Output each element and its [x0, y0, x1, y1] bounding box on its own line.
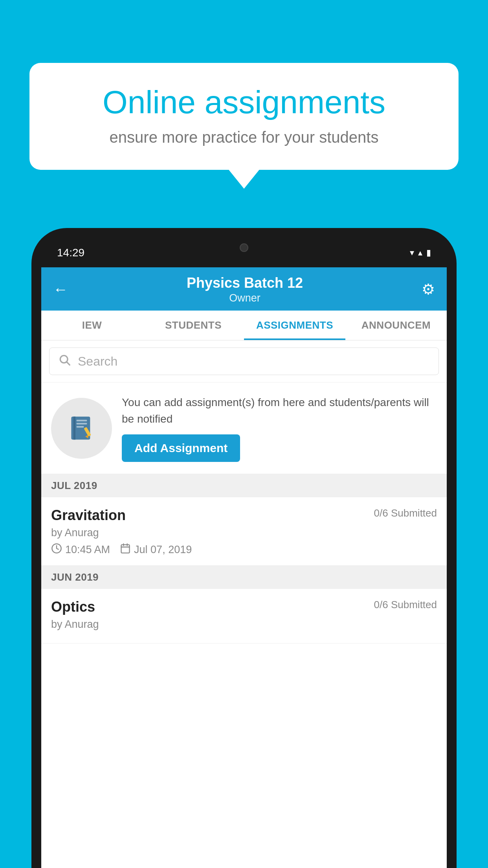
optics-title: Optics — [51, 599, 95, 615]
assignment-item-optics[interactable]: Optics 0/6 Submitted by Anurag — [41, 589, 447, 644]
speech-bubble-subtitle: ensure more practice for your students — [55, 129, 433, 146]
assignment-top-row: Gravitation 0/6 Submitted — [51, 507, 437, 524]
phone-screen: ← Physics Batch 12 Owner ⚙ IEW STUDENTS … — [41, 267, 447, 868]
tab-announcements[interactable]: ANNOUNCEM — [345, 311, 447, 340]
svg-rect-6 — [76, 426, 84, 428]
section-header-jun: JUN 2019 — [41, 566, 447, 589]
time-value: 10:45 AM — [65, 544, 110, 556]
promo-description: You can add assignment(s) from here and … — [122, 394, 437, 427]
signal-icon: ▴ — [418, 248, 422, 258]
optics-submitted: 0/6 Submitted — [374, 599, 437, 611]
promo-icon-circle — [51, 398, 112, 459]
calendar-icon — [120, 543, 131, 557]
assignment-submitted: 0/6 Submitted — [374, 507, 437, 519]
assignment-item-gravitation[interactable]: Gravitation 0/6 Submitted by Anurag 10:4… — [41, 497, 447, 566]
clock-icon — [51, 543, 62, 557]
batch-subtitle: Owner — [187, 292, 303, 304]
svg-rect-5 — [76, 423, 87, 425]
wifi-icon: ▾ — [410, 248, 414, 258]
header-title-area: Physics Batch 12 Owner — [187, 275, 303, 304]
tab-iew[interactable]: IEW — [41, 311, 143, 340]
promo-card: You can add assignment(s) from here and … — [41, 383, 447, 474]
optics-author: by Anurag — [51, 618, 437, 631]
assignment-top-row-optics: Optics 0/6 Submitted — [51, 599, 437, 615]
assignment-date: Jul 07, 2019 — [120, 543, 192, 557]
status-bar: 14:29 ▾ ▴ ▮ — [41, 238, 447, 267]
battery-icon: ▮ — [426, 248, 431, 258]
batch-title: Physics Batch 12 — [187, 275, 303, 291]
speech-bubble: Online assignments ensure more practice … — [29, 63, 459, 170]
speech-bubble-container: Online assignments ensure more practice … — [29, 63, 459, 170]
search-container: Search — [41, 340, 447, 383]
speech-bubble-title: Online assignments — [55, 85, 433, 120]
status-icons: ▾ ▴ ▮ — [410, 248, 431, 258]
app-header: ← Physics Batch 12 Owner ⚙ — [41, 267, 447, 311]
search-bar[interactable]: Search — [49, 348, 439, 375]
tab-students[interactable]: STUDENTS — [143, 311, 244, 340]
svg-rect-4 — [76, 420, 87, 421]
camera — [240, 243, 248, 252]
search-placeholder-text: Search — [78, 354, 117, 369]
assignment-author: by Anurag — [51, 527, 437, 539]
svg-line-1 — [67, 362, 70, 365]
section-header-jul: JUL 2019 — [41, 474, 447, 497]
assignment-title: Gravitation — [51, 507, 126, 524]
settings-button[interactable]: ⚙ — [422, 281, 435, 298]
add-assignment-button[interactable]: Add Assignment — [122, 434, 240, 462]
assignment-time: 10:45 AM — [51, 543, 110, 557]
assignment-meta: 10:45 AM Jul 07, 2019 — [51, 543, 437, 557]
phone-mockup: 14:29 ▾ ▴ ▮ ← Physics Batch 12 Owner ⚙ I… — [31, 228, 457, 868]
svg-rect-10 — [121, 545, 130, 553]
date-value: Jul 07, 2019 — [134, 544, 192, 556]
tabs-container: IEW STUDENTS ASSIGNMENTS ANNOUNCEM — [41, 311, 447, 340]
status-time: 14:29 — [57, 246, 84, 259]
back-button[interactable]: ← — [53, 281, 68, 298]
svg-rect-3 — [73, 417, 75, 440]
tab-assignments[interactable]: ASSIGNMENTS — [244, 311, 345, 340]
promo-content: You can add assignment(s) from here and … — [122, 394, 437, 462]
notch — [213, 238, 275, 257]
search-icon — [58, 353, 71, 369]
